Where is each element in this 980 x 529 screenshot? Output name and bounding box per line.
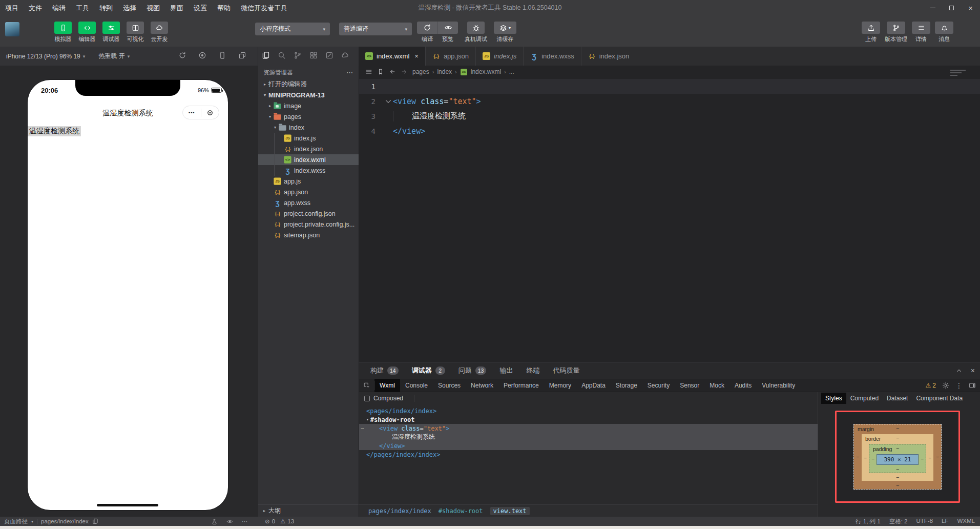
toolbar-right-button[interactable]: 上传 bbox=[862, 22, 880, 43]
simulator-icon-button[interactable] bbox=[218, 51, 226, 62]
hot-reload-toggle[interactable]: 热重载 开▾ bbox=[98, 52, 130, 60]
panel-tab[interactable]: 输出 bbox=[499, 366, 513, 375]
box-model-content[interactable]: 390 × 21 bbox=[877, 454, 919, 465]
inspect-element-button[interactable] bbox=[359, 381, 374, 390]
devtools-tab[interactable]: Vulnerability bbox=[757, 379, 800, 392]
devtools-tab[interactable]: Sources bbox=[433, 379, 466, 392]
statusbar-item[interactable]: WXML bbox=[957, 518, 975, 525]
panel-tab[interactable]: 代码质量 bbox=[553, 366, 579, 375]
tree-item[interactable]: {..}project.private.config.js... bbox=[258, 219, 359, 230]
breadcrumb-more[interactable]: ... bbox=[509, 68, 514, 75]
hamburger-icon[interactable] bbox=[365, 68, 372, 75]
toolbar-right-button[interactable]: 详情 bbox=[912, 22, 930, 43]
panel-tab[interactable]: 构建14 bbox=[370, 366, 399, 375]
editor-tab[interactable]: <>index.wxml× bbox=[359, 47, 426, 66]
tree-item[interactable]: {..}index.json bbox=[258, 144, 359, 154]
tree-item[interactable]: {..}app.json bbox=[258, 187, 359, 197]
mode-button[interactable]: 调试器 bbox=[102, 22, 120, 43]
more-icon[interactable]: ⋯ bbox=[346, 69, 353, 76]
tree-item[interactable]: ▾MINIPROGRAM-13 bbox=[258, 90, 359, 100]
devtools-tab[interactable]: Storage bbox=[611, 379, 642, 392]
mode-select[interactable]: 小程序模式 ▾ bbox=[255, 23, 330, 35]
gear-icon[interactable] bbox=[942, 382, 949, 389]
dock-icon[interactable] bbox=[969, 382, 976, 389]
close-icon[interactable]: × bbox=[414, 52, 419, 60]
panel-tab[interactable]: 终端 bbox=[526, 366, 539, 375]
warning-badge[interactable]: ⚠ 2 bbox=[926, 382, 936, 389]
menu-item[interactable]: 文件 bbox=[24, 0, 47, 16]
menu-item[interactable]: 视图 bbox=[141, 0, 165, 16]
editor-tab[interactable]: {..}app.json bbox=[426, 47, 476, 66]
mode-button[interactable]: 可视化 bbox=[127, 22, 144, 43]
avatar[interactable] bbox=[5, 22, 19, 36]
dom-node[interactable]: 温湿度检测系统 bbox=[359, 433, 818, 441]
composed-checkbox[interactable] bbox=[364, 396, 370, 401]
tree-item[interactable]: JSindex.js bbox=[258, 133, 359, 144]
forward-icon[interactable] bbox=[401, 68, 408, 75]
beaker-icon[interactable] bbox=[211, 518, 218, 525]
code-area[interactable]: 12<view class="text">3 温湿度检测系统4</view> bbox=[359, 79, 980, 138]
activity-item[interactable] bbox=[341, 51, 349, 62]
simulator-icon-button[interactable] bbox=[198, 51, 206, 62]
statusbar-item[interactable]: 空格: 2 bbox=[889, 518, 908, 525]
compile-select[interactable]: 普通编译 ▾ bbox=[339, 23, 412, 35]
dom-node[interactable]: ▾#shadow-root bbox=[359, 415, 818, 424]
tree-item[interactable]: {..}project.config.json bbox=[258, 208, 359, 219]
dom-node[interactable]: </view> bbox=[359, 441, 818, 450]
box-model-padding[interactable]: padding − − − − 390 × 21 bbox=[869, 444, 926, 473]
capsule-menu-button[interactable]: ••• bbox=[183, 110, 201, 115]
editor-tab[interactable]: Ʒindex.wxss bbox=[524, 47, 581, 66]
statusbar-item[interactable]: LF bbox=[942, 518, 948, 525]
outline-section[interactable]: ▸ 大纲 bbox=[258, 504, 359, 517]
menu-item[interactable]: 选择 bbox=[118, 0, 141, 16]
editor-tab[interactable]: JSindex.js bbox=[476, 47, 524, 66]
styles-tab[interactable]: Component Data bbox=[912, 393, 967, 404]
copy-icon[interactable] bbox=[92, 518, 98, 524]
mode-button[interactable]: 云开发 bbox=[151, 22, 168, 43]
problem-counts[interactable]: ⊘0 ⚠13 bbox=[265, 518, 294, 525]
menu-item[interactable]: 界面 bbox=[165, 0, 189, 16]
close-icon[interactable]: × bbox=[971, 367, 975, 375]
mode-button[interactable]: 模拟器 bbox=[54, 22, 72, 43]
devtools-breadcrumb-item[interactable]: #shadow-root bbox=[439, 507, 483, 515]
editor-tab[interactable]: {..}index.json bbox=[581, 47, 637, 66]
simulator-icon-button[interactable] bbox=[238, 51, 246, 62]
remote-debug-button[interactable]: 真机调试 bbox=[465, 22, 487, 43]
fold-arrow-icon[interactable] bbox=[384, 97, 393, 106]
activity-item[interactable] bbox=[309, 51, 318, 62]
devtools-tab[interactable]: Sensor bbox=[675, 379, 704, 392]
chevron-up-icon[interactable] bbox=[955, 367, 963, 374]
panel-tab[interactable]: 问题13 bbox=[458, 366, 487, 375]
devtools-tab[interactable]: Performance bbox=[498, 379, 544, 392]
devtools-tab[interactable]: Security bbox=[642, 379, 675, 392]
dom-gutter-more-icon[interactable]: ⋯ bbox=[361, 425, 364, 432]
activity-item[interactable] bbox=[294, 51, 302, 62]
tree-item[interactable]: JSapp.js bbox=[258, 176, 359, 187]
menu-item[interactable]: 设置 bbox=[189, 0, 212, 16]
more-icon[interactable]: ⋯ bbox=[242, 518, 248, 525]
activity-item[interactable] bbox=[325, 51, 333, 62]
styles-tab[interactable]: Styles bbox=[821, 393, 846, 404]
page-path-value[interactable]: pages/index/index bbox=[41, 518, 89, 524]
activity-item[interactable] bbox=[262, 51, 270, 62]
menu-item[interactable]: 编辑 bbox=[47, 0, 71, 16]
devtools-tab[interactable]: Mock bbox=[704, 379, 729, 392]
menu-item[interactable]: 项目 bbox=[0, 0, 24, 16]
styles-tab[interactable]: Dataset bbox=[883, 393, 912, 404]
panel-tab[interactable]: 调试器2 bbox=[412, 366, 445, 375]
menu-item[interactable]: 帮助 bbox=[212, 0, 236, 16]
eye-icon[interactable] bbox=[226, 518, 233, 525]
menu-item[interactable]: 转到 bbox=[94, 0, 118, 16]
devtools-tab[interactable]: Console bbox=[400, 379, 433, 392]
breadcrumb-item[interactable]: index bbox=[437, 68, 452, 75]
box-model-margin[interactable]: margin − − − − border − − − − padding bbox=[853, 424, 942, 490]
page-path-label[interactable]: 页面路径 bbox=[4, 518, 28, 525]
devtools-tab[interactable]: Audits bbox=[729, 379, 757, 392]
dom-expand-arrow-icon[interactable]: ▾ bbox=[366, 417, 369, 422]
tree-item[interactable]: Ʒindex.wxss bbox=[258, 165, 359, 176]
dom-node[interactable]: </pages/index/index> bbox=[359, 450, 818, 459]
devtools-tab[interactable]: Network bbox=[466, 379, 498, 392]
statusbar-item[interactable]: 行 1, 列 1 bbox=[856, 518, 881, 525]
kebab-menu-icon[interactable]: ⋮ bbox=[955, 381, 963, 390]
styles-tab[interactable]: Computed bbox=[846, 393, 883, 404]
